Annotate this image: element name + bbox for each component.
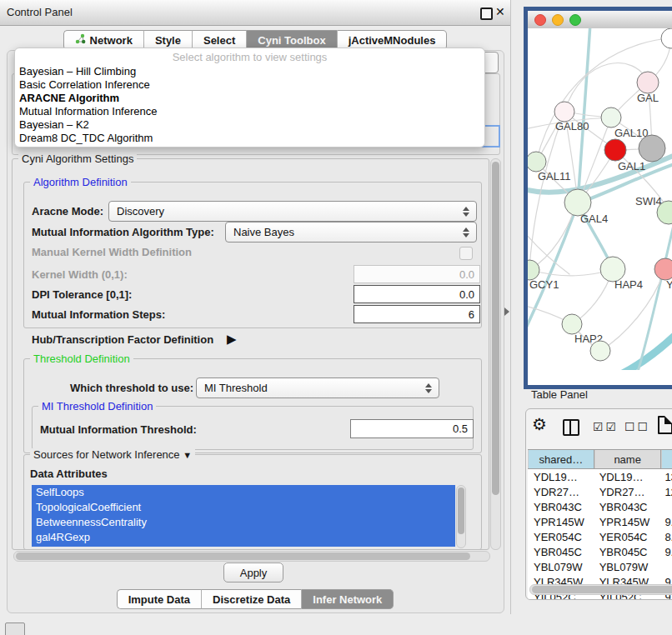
network-node-gal11[interactable] (528, 152, 546, 172)
table-row[interactable]: YDL19…YDL19…13 (528, 469, 672, 484)
control-panel-title: Control Panel (7, 6, 73, 18)
table-row[interactable]: YBR045CYBR045C9. (528, 544, 672, 559)
cyni-algorithm-settings-label: Cyni Algorithm Settings (18, 152, 137, 165)
table-cell: YBR043C (528, 499, 594, 514)
dropdown-item-aracne-algorithm[interactable]: ARACNE Algorithm (15, 92, 484, 105)
settings-vertical-scrollbar[interactable] (490, 158, 501, 550)
hub-definition-label[interactable]: Hub/Transcription Factor Definition (32, 333, 213, 346)
export-table-icon[interactable] (658, 416, 672, 434)
table-row[interactable]: YBL079WYBL079W (528, 559, 672, 574)
bottom-tab-impute-data[interactable]: Impute Data (117, 589, 201, 609)
attribute-item-topologicalcoefficient[interactable]: TopologicalCoefficient (32, 500, 455, 515)
close-icon[interactable]: ✕ (495, 5, 505, 18)
columns-icon[interactable] (563, 419, 579, 436)
aracne-mode-combo[interactable]: Discovery (108, 201, 477, 222)
mi-steps-label: Mutual Information Steps: (32, 308, 165, 321)
network-node[interactable] (590, 341, 610, 361)
network-graph[interactable]: GALGAL80GAL10GAL1GAL11GAL4SWI4GCY1HAP4YH… (528, 28, 672, 370)
mi-threshold-field[interactable]: 0.5 (350, 419, 474, 438)
tab-label: Select (203, 34, 235, 47)
node-label-hap4: HAP4 (614, 278, 643, 291)
dpi-tolerance-field[interactable]: 0.0 (354, 285, 480, 303)
zoom-traffic-light-icon[interactable] (569, 14, 581, 26)
select-all-checkboxes-icon[interactable]: ☑☑ (593, 420, 619, 433)
network-node-gcy1[interactable] (528, 260, 539, 280)
bottom-tab-label: Infer Network (313, 593, 382, 606)
bottom-tab-discretize-data[interactable]: Discretize Data (201, 589, 301, 609)
table-cell: YER054C (594, 529, 659, 544)
table-hscrollbar-thumb[interactable] (532, 586, 672, 593)
network-node-gal[interactable] (637, 72, 659, 93)
attributes-scrollbar-thumb[interactable] (458, 488, 464, 534)
gear-icon[interactable]: ⚙ (532, 416, 547, 432)
network-node-gal80[interactable] (554, 102, 574, 122)
node-label-gal1: GAL1 (618, 160, 645, 172)
aracne-mode-label: Aracne Mode: (32, 205, 103, 218)
settings-horizontal-scrollbar[interactable] (13, 551, 490, 562)
mi-type-combo[interactable]: Naive Bayes (225, 222, 477, 242)
manual-kernel-checkbox[interactable] (459, 247, 473, 260)
stepper-arrows-icon (422, 383, 435, 393)
which-threshold-combo[interactable]: MI Threshold (196, 378, 439, 398)
table-cell: YBR045C (528, 544, 594, 559)
table-cell (659, 499, 672, 514)
stepper-arrows-icon (459, 207, 473, 217)
table-horizontal-scrollbar[interactable] (529, 584, 672, 595)
table-row[interactable]: YPR145WYPR145W9. (528, 514, 672, 529)
apply-button[interactable]: Apply (223, 562, 283, 582)
network-node[interactable] (639, 135, 665, 162)
collapse-arrow-icon[interactable]: ▼ (183, 450, 192, 460)
attribute-item-selfloops[interactable]: SelfLoops (32, 485, 455, 500)
attributes-scrollbar[interactable] (456, 485, 466, 548)
tab-label: Network (90, 34, 133, 47)
dropdown-item-bayesian-hill-climbing[interactable]: Bayesian – Hill Climbing (15, 65, 484, 78)
kernel-width-label: Kernel Width (0,1): (32, 268, 128, 281)
network-node-hap2[interactable] (562, 314, 582, 334)
settings-hscrollbar-thumb[interactable] (16, 552, 470, 560)
data-attributes-list: SelfLoopsTopologicalCoefficientBetweenne… (32, 485, 455, 547)
which-threshold-value: MI Threshold (197, 382, 422, 394)
node-label-y: Y (666, 278, 672, 291)
column-header-a[interactable]: A (661, 450, 672, 468)
attribute-item-gal4rgexp[interactable]: gal4RGexp (32, 530, 455, 545)
column-header-shared[interactable]: shared… (528, 450, 594, 468)
dpi-tolerance-label: DPI Tolerance [0,1]: (32, 288, 132, 301)
minimized-panel-icon[interactable] (5, 622, 25, 635)
network-view-window: GALGAL80GAL10GAL1GAL11GAL4SWI4GCY1HAP4YH… (524, 7, 672, 389)
column-header-name[interactable]: name (594, 450, 661, 468)
dropdown-hint: Select algorithm to view settings (15, 48, 484, 65)
network-node-y[interactable] (654, 258, 672, 280)
close-traffic-light-icon[interactable] (534, 14, 546, 26)
manual-kernel-label: Manual Kernel Width Definition (32, 246, 192, 258)
attribute-item-betweennesscentrality[interactable]: BetweennessCentrality (32, 515, 455, 530)
table-row[interactable]: YDR27…YDR27…12 (528, 484, 672, 499)
mi-steps-field[interactable]: 6 (354, 305, 480, 323)
expand-arrow-icon[interactable]: ▶ (227, 332, 237, 347)
splitter-collapse-icon[interactable] (504, 308, 509, 316)
table-cell: 9. (659, 544, 672, 559)
network-node[interactable] (661, 28, 672, 48)
tab-label: Cyni Toolbox (258, 34, 325, 47)
node-table-body: YDL19…YDL19…13YDR27…YDR27…12YBR043CYBR04… (528, 469, 672, 600)
network-node-gal10[interactable] (601, 108, 621, 128)
kernel-width-field[interactable]: 0.0 (354, 265, 480, 283)
network-canvas[interactable]: GALGAL80GAL10GAL1GAL11GAL4SWI4GCY1HAP4YH… (528, 28, 672, 385)
table-row[interactable]: YBR043CYBR043C (528, 499, 672, 514)
node-label-gcy1: GCY1 (529, 278, 559, 291)
dropdown-item-dream8-dc-tdc-algorithm[interactable]: Dream8 DC_TDC Algorithm (15, 132, 484, 145)
bottom-tab-infer-network[interactable]: Infer Network (301, 589, 394, 609)
dropdown-item-mutual-information-inference[interactable]: Mutual Information Inference (15, 105, 484, 118)
node-label-gal: GAL (637, 92, 659, 104)
dropdown-item-bayesian-k2[interactable]: Bayesian – K2 (15, 118, 484, 132)
tab-label: Style (155, 34, 181, 47)
dropdown-item-basic-correlation-inference[interactable]: Basic Correlation Inference (15, 78, 484, 92)
settings-scrollbar-thumb[interactable] (492, 162, 499, 495)
float-window-icon[interactable] (480, 8, 493, 20)
table-row[interactable]: YER054CYER054C8. (528, 529, 672, 544)
node-label-gal11: GAL11 (538, 170, 571, 182)
deselect-all-checkboxes-icon[interactable]: ☐☐ (624, 420, 650, 433)
minimize-traffic-light-icon[interactable] (552, 14, 564, 26)
which-threshold-label: Which threshold to use: (70, 382, 193, 394)
node-table: shared…nameA YDL19…YDL19…13YDR27…YDR27…1… (528, 449, 672, 600)
network-node[interactable] (604, 139, 626, 161)
